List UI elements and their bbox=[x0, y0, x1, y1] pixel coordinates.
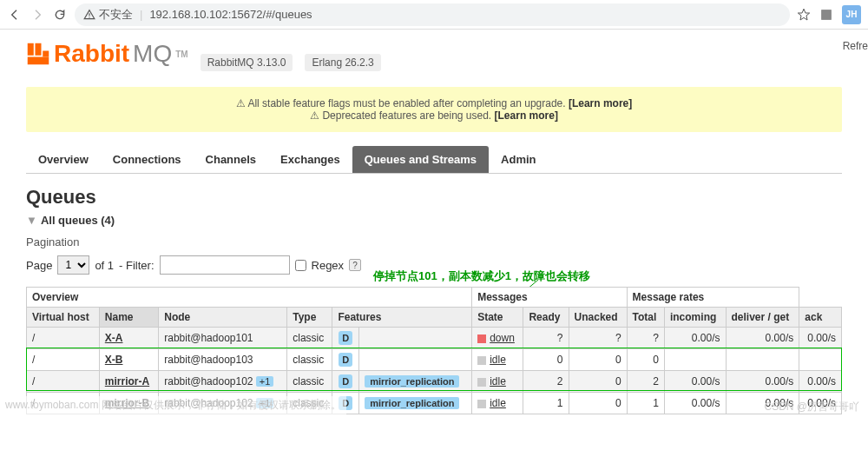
rabbitmq-icon bbox=[26, 42, 50, 66]
header: RabbitMQTM RabbitMQ 3.13.0 Erlang 26.2.3 bbox=[26, 40, 842, 71]
unacked-cell: ? bbox=[569, 328, 627, 349]
svg-rect-4 bbox=[36, 43, 42, 56]
tab-admin[interactable]: Admin bbox=[489, 146, 548, 173]
back-button[interactable] bbox=[7, 7, 23, 23]
browser-bar: 不安全 | 192.168.10.102:15672/#/queues JH bbox=[0, 0, 868, 30]
csdn-watermark: CSDN @厉害哥哥吖 bbox=[764, 400, 859, 414]
ready-cell: 1 bbox=[523, 393, 569, 414]
help-icon[interactable]: ? bbox=[349, 259, 361, 271]
svg-rect-6 bbox=[43, 51, 49, 57]
col-header[interactable]: State bbox=[472, 308, 523, 328]
notice-banner: ⚠ All stable feature flags must be enabl… bbox=[26, 87, 842, 132]
learn-more-link[interactable]: [Learn more] bbox=[569, 97, 632, 109]
svg-point-1 bbox=[89, 17, 89, 17]
reload-button[interactable] bbox=[52, 7, 68, 23]
col-header[interactable]: Virtual host bbox=[27, 308, 100, 328]
state-cell: idle bbox=[472, 393, 523, 414]
svg-rect-2 bbox=[822, 10, 832, 19]
col-header[interactable]: Ready bbox=[523, 308, 569, 328]
nav-tabs: Overview Connections Channels Exchanges … bbox=[26, 146, 842, 174]
tab-overview[interactable]: Overview bbox=[26, 146, 101, 173]
url-text: 192.168.10.102:15672/#/queues bbox=[149, 8, 312, 21]
ready-cell: ? bbox=[523, 328, 569, 349]
col-header[interactable]: Total bbox=[627, 308, 664, 328]
star-icon[interactable] bbox=[797, 8, 811, 22]
regex-checkbox[interactable] bbox=[295, 260, 306, 271]
tab-queues[interactable]: Queues and Streams bbox=[352, 146, 489, 173]
page-select[interactable]: 1 bbox=[57, 255, 89, 275]
security-text: 不安全 bbox=[99, 7, 133, 23]
vhost-cell: / bbox=[27, 328, 100, 349]
address-bar[interactable]: 不安全 | 192.168.10.102:15672/#/queues bbox=[75, 3, 790, 26]
total-cell: ? bbox=[627, 328, 664, 349]
watermark: www.toymoban.com 网络图片仅供展示，非存储，如有侵权请联系删除。 bbox=[0, 396, 346, 414]
svg-rect-5 bbox=[28, 57, 49, 65]
ack-cell: 0.00/s bbox=[799, 328, 842, 349]
erlang-badge: Erlang 26.2.3 bbox=[305, 54, 380, 71]
col-header[interactable]: Node bbox=[159, 308, 287, 328]
tab-connections[interactable]: Connections bbox=[101, 146, 194, 173]
version-badge: RabbitMQ 3.13.0 bbox=[201, 54, 293, 71]
browser-right-icons: JH bbox=[797, 5, 861, 24]
tab-channels[interactable]: Channels bbox=[194, 146, 269, 173]
feature-tag: mirrior_replication bbox=[359, 393, 472, 414]
rabbitmq-logo[interactable]: RabbitMQTM bbox=[26, 40, 188, 68]
all-queues-toggle[interactable]: ▼ All queues (4) bbox=[26, 214, 842, 227]
chevron-down-icon: ▼ bbox=[26, 214, 37, 227]
forward-button[interactable] bbox=[30, 7, 45, 23]
profile-avatar[interactable]: JH bbox=[842, 5, 861, 24]
queue-name-link[interactable]: X-A bbox=[99, 328, 158, 349]
col-header[interactable]: Unacked bbox=[569, 308, 627, 328]
total-cell: 1 bbox=[627, 393, 664, 414]
col-header[interactable]: incoming bbox=[664, 308, 726, 328]
col-header[interactable]: Type bbox=[287, 308, 332, 328]
pagination-label: Pagination bbox=[26, 235, 842, 248]
incoming-cell: 0.00/s bbox=[664, 328, 726, 349]
page-title: Queues bbox=[26, 186, 842, 209]
filter-input[interactable] bbox=[160, 255, 290, 275]
annotation-text: 停掉节点101，副本数减少1，故障也会转移 bbox=[373, 268, 590, 284]
col-header[interactable]: ack bbox=[799, 308, 842, 328]
extension-icon[interactable] bbox=[819, 8, 833, 22]
tab-exchanges[interactable]: Exchanges bbox=[268, 146, 352, 173]
state-cell: down bbox=[472, 328, 523, 349]
col-header[interactable]: Name bbox=[99, 308, 158, 328]
learn-more-link[interactable]: [Learn more] bbox=[495, 109, 558, 122]
highlight-box bbox=[26, 348, 842, 391]
refresh-label[interactable]: Refre bbox=[843, 40, 868, 52]
incoming-cell: 0.00/s bbox=[664, 393, 726, 414]
security-warning-icon: 不安全 bbox=[83, 7, 133, 23]
type-cell: classic bbox=[287, 328, 332, 349]
svg-rect-3 bbox=[28, 43, 34, 56]
col-header[interactable]: deliver / get bbox=[726, 308, 799, 328]
table-row: /X-Arabbit@hadoop101classicDdown???0.00/… bbox=[27, 328, 842, 349]
col-header[interactable]: Features bbox=[332, 308, 472, 328]
feature-d: D bbox=[332, 328, 359, 349]
unacked-cell: 0 bbox=[569, 393, 627, 414]
deliver-cell: 0.00/s bbox=[726, 328, 799, 349]
feature-tag bbox=[359, 328, 472, 349]
node-cell: rabbit@hadoop101 bbox=[159, 328, 287, 349]
